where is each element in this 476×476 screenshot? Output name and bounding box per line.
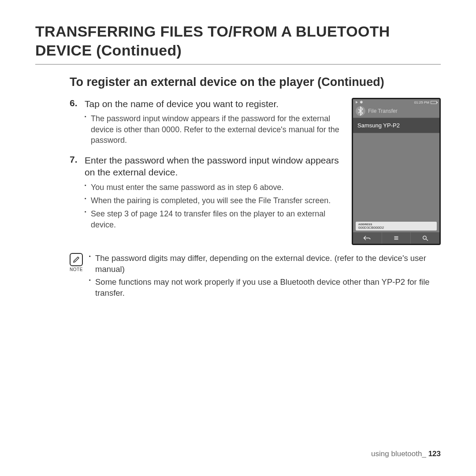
back-button[interactable] bbox=[353, 232, 382, 244]
step-bullet: See step 3 of page 124 to transfer files… bbox=[85, 208, 344, 230]
note-item: Some functions may not work properly if … bbox=[89, 277, 441, 299]
battery-icon bbox=[431, 101, 437, 104]
svg-rect-0 bbox=[394, 236, 398, 237]
device-status-bar: ✱ 01:25 PM bbox=[353, 99, 439, 105]
step-bullet: The password input window appears if the… bbox=[85, 113, 344, 145]
step-bullet: When the pairing is completed, you will … bbox=[85, 195, 344, 206]
step-bullet: You must enter the same password as in s… bbox=[85, 182, 344, 193]
device-address-box: ADDRESS 000D3CB000D2 bbox=[356, 222, 437, 231]
device-time: 01:25 PM bbox=[414, 100, 429, 104]
step-6: 6. Tap on the name of device you want to… bbox=[70, 98, 344, 148]
note-block: NOTE The password digits may differ, dep… bbox=[70, 253, 441, 301]
step-number: 7. bbox=[70, 154, 80, 233]
svg-rect-1 bbox=[394, 238, 398, 238]
svg-point-3 bbox=[423, 236, 426, 240]
bluetooth-mini-icon: ✱ bbox=[360, 100, 363, 104]
svg-rect-2 bbox=[394, 239, 398, 240]
device-address-value: 000D3CB000D2 bbox=[358, 226, 434, 230]
note-icon bbox=[70, 253, 83, 266]
menu-button[interactable] bbox=[382, 232, 411, 244]
title-divider bbox=[35, 64, 441, 65]
steps-column: 6. Tap on the name of device you want to… bbox=[70, 98, 344, 239]
search-button[interactable] bbox=[411, 232, 439, 244]
device-screenshot: ✱ 01:25 PM File Transfer Samsung YP-P2 A… bbox=[352, 98, 441, 245]
bluetooth-icon bbox=[356, 106, 365, 116]
content-row: 6. Tap on the name of device you want to… bbox=[70, 98, 441, 245]
footer-page-number: 123 bbox=[428, 450, 441, 458]
play-icon bbox=[356, 101, 358, 104]
step-7: 7. Enter the password when the password … bbox=[70, 154, 344, 233]
step-title: Tap on the name of device you want to re… bbox=[85, 98, 344, 110]
step-number: 6. bbox=[70, 98, 80, 148]
note-item: The password digits may differ, dependin… bbox=[89, 253, 441, 275]
device-header: File Transfer bbox=[353, 105, 439, 118]
note-label: NOTE bbox=[70, 267, 83, 272]
device-bottom-bar bbox=[353, 232, 439, 244]
device-list-item[interactable]: Samsung YP-P2 bbox=[353, 118, 439, 133]
page-footer: using bluetooth_ 123 bbox=[371, 450, 441, 458]
page-title: TRANSFERRING FILES TO/FROM A BLUETOOTH D… bbox=[35, 22, 441, 60]
section-heading: To register an external device on the pl… bbox=[70, 75, 441, 89]
device-header-title: File Transfer bbox=[368, 108, 398, 114]
step-title: Enter the password when the password inp… bbox=[85, 154, 344, 178]
footer-section: using bluetooth_ bbox=[371, 450, 426, 458]
